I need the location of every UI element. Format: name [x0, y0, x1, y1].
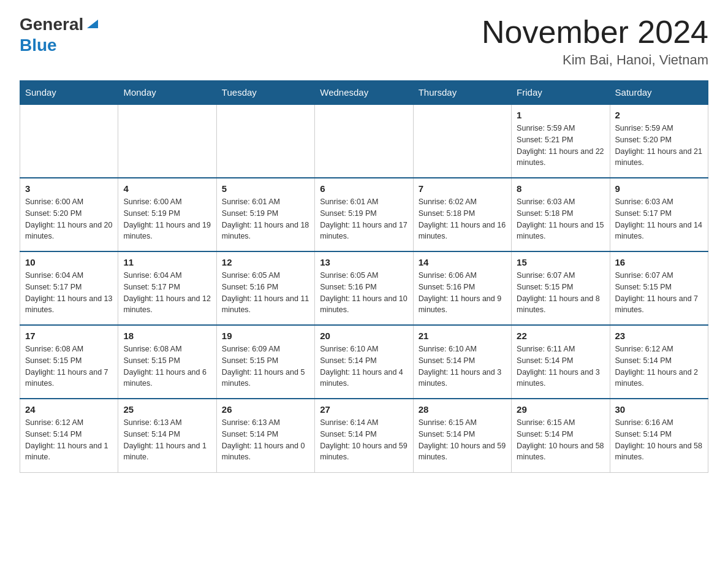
day-info: Sunrise: 6:02 AMSunset: 5:18 PMDaylight:…: [419, 196, 506, 242]
day-info: Sunrise: 5:59 AMSunset: 5:21 PMDaylight:…: [517, 123, 604, 169]
calendar-cell: 29Sunrise: 6:15 AMSunset: 5:14 PMDayligh…: [512, 399, 610, 472]
day-info: Sunrise: 6:00 AMSunset: 5:20 PMDaylight:…: [25, 196, 113, 242]
day-info: Sunrise: 6:13 AMSunset: 5:14 PMDaylight:…: [123, 417, 211, 463]
day-info: Sunrise: 6:06 AMSunset: 5:16 PMDaylight:…: [419, 270, 506, 316]
calendar-cell: 17Sunrise: 6:08 AMSunset: 5:15 PMDayligh…: [20, 325, 118, 399]
month-year-title: November 2024: [482, 15, 708, 50]
calendar-cell: 15Sunrise: 6:07 AMSunset: 5:15 PMDayligh…: [512, 251, 610, 325]
day-number: 22: [517, 331, 604, 341]
calendar-week-row: 24Sunrise: 6:12 AMSunset: 5:14 PMDayligh…: [20, 399, 708, 472]
day-of-week-tuesday: Tuesday: [216, 81, 314, 105]
calendar-table: SundayMondayTuesdayWednesdayThursdayFrid…: [20, 80, 708, 473]
calendar-cell: 16Sunrise: 6:07 AMSunset: 5:15 PMDayligh…: [610, 251, 708, 325]
day-info: Sunrise: 6:07 AMSunset: 5:15 PMDaylight:…: [615, 270, 703, 316]
day-info: Sunrise: 6:13 AMSunset: 5:14 PMDaylight:…: [222, 417, 309, 463]
calendar-cell: 27Sunrise: 6:14 AMSunset: 5:14 PMDayligh…: [315, 399, 413, 472]
calendar-cell: 7Sunrise: 6:02 AMSunset: 5:18 PMDaylight…: [413, 178, 511, 251]
svg-marker-0: [87, 20, 98, 28]
calendar-cell: 28Sunrise: 6:15 AMSunset: 5:14 PMDayligh…: [413, 399, 511, 472]
day-number: 4: [123, 183, 211, 194]
day-of-week-sunday: Sunday: [20, 81, 118, 105]
calendar-week-row: 10Sunrise: 6:04 AMSunset: 5:17 PMDayligh…: [20, 251, 708, 325]
calendar-cell: 23Sunrise: 6:12 AMSunset: 5:14 PMDayligh…: [610, 325, 708, 399]
day-info: Sunrise: 6:09 AMSunset: 5:15 PMDaylight:…: [222, 343, 309, 389]
calendar-cell: 8Sunrise: 6:03 AMSunset: 5:18 PMDaylight…: [512, 178, 610, 251]
day-number: 28: [419, 404, 506, 415]
day-number: 3: [25, 183, 113, 194]
calendar-cell: [216, 104, 314, 178]
day-number: 11: [123, 257, 211, 267]
calendar-cell: 2Sunrise: 5:59 AMSunset: 5:20 PMDaylight…: [610, 104, 708, 178]
calendar-week-row: 17Sunrise: 6:08 AMSunset: 5:15 PMDayligh…: [20, 325, 708, 399]
day-number: 16: [615, 257, 703, 267]
day-of-week-wednesday: Wednesday: [315, 81, 413, 105]
calendar-cell: 1Sunrise: 5:59 AMSunset: 5:21 PMDaylight…: [512, 104, 610, 178]
day-info: Sunrise: 6:08 AMSunset: 5:15 PMDaylight:…: [25, 343, 113, 389]
day-info: Sunrise: 6:08 AMSunset: 5:15 PMDaylight:…: [123, 343, 211, 389]
day-number: 8: [517, 183, 604, 194]
day-info: Sunrise: 6:16 AMSunset: 5:14 PMDaylight:…: [615, 417, 703, 463]
calendar-cell: 20Sunrise: 6:10 AMSunset: 5:14 PMDayligh…: [315, 325, 413, 399]
day-number: 29: [517, 404, 604, 415]
calendar-cell: 12Sunrise: 6:05 AMSunset: 5:16 PMDayligh…: [216, 251, 314, 325]
day-number: 30: [615, 404, 703, 415]
day-number: 14: [419, 257, 506, 267]
day-info: Sunrise: 6:03 AMSunset: 5:18 PMDaylight:…: [517, 196, 604, 242]
day-info: Sunrise: 6:04 AMSunset: 5:17 PMDaylight:…: [123, 270, 211, 316]
day-info: Sunrise: 6:14 AMSunset: 5:14 PMDaylight:…: [320, 417, 408, 463]
day-number: 15: [517, 257, 604, 267]
day-number: 1: [517, 110, 604, 120]
day-number: 7: [419, 183, 506, 194]
calendar-cell: [315, 104, 413, 178]
logo-triangle-icon: [85, 17, 98, 31]
day-of-week-saturday: Saturday: [610, 81, 708, 105]
calendar-cell: [413, 104, 511, 178]
day-number: 9: [615, 183, 703, 194]
calendar-cell: 5Sunrise: 6:01 AMSunset: 5:19 PMDaylight…: [216, 178, 314, 251]
day-info: Sunrise: 6:03 AMSunset: 5:17 PMDaylight:…: [615, 196, 703, 242]
day-number: 17: [25, 331, 113, 341]
day-number: 26: [222, 404, 309, 415]
calendar-cell: 10Sunrise: 6:04 AMSunset: 5:17 PMDayligh…: [20, 251, 118, 325]
day-number: 12: [222, 257, 309, 267]
calendar-cell: 14Sunrise: 6:06 AMSunset: 5:16 PMDayligh…: [413, 251, 511, 325]
calendar-cell: 3Sunrise: 6:00 AMSunset: 5:20 PMDaylight…: [20, 178, 118, 251]
calendar-cell: 9Sunrise: 6:03 AMSunset: 5:17 PMDaylight…: [610, 178, 708, 251]
day-of-week-monday: Monday: [118, 81, 216, 105]
day-info: Sunrise: 6:07 AMSunset: 5:15 PMDaylight:…: [517, 270, 604, 316]
day-number: 10: [25, 257, 113, 267]
calendar-cell: 4Sunrise: 6:00 AMSunset: 5:19 PMDaylight…: [118, 178, 216, 251]
day-number: 5: [222, 183, 309, 194]
calendar-cell: 26Sunrise: 6:13 AMSunset: 5:14 PMDayligh…: [216, 399, 314, 472]
day-info: Sunrise: 6:04 AMSunset: 5:17 PMDaylight:…: [25, 270, 113, 316]
calendar-cell: 21Sunrise: 6:10 AMSunset: 5:14 PMDayligh…: [413, 325, 511, 399]
day-info: Sunrise: 6:10 AMSunset: 5:14 PMDaylight:…: [320, 343, 408, 389]
day-info: Sunrise: 6:01 AMSunset: 5:19 PMDaylight:…: [320, 196, 408, 242]
day-number: 19: [222, 331, 309, 341]
day-info: Sunrise: 5:59 AMSunset: 5:20 PMDaylight:…: [615, 123, 703, 169]
day-info: Sunrise: 6:12 AMSunset: 5:14 PMDaylight:…: [25, 417, 113, 463]
calendar-week-row: 3Sunrise: 6:00 AMSunset: 5:20 PMDaylight…: [20, 178, 708, 251]
calendar-cell: 19Sunrise: 6:09 AMSunset: 5:15 PMDayligh…: [216, 325, 314, 399]
calendar-cell: 6Sunrise: 6:01 AMSunset: 5:19 PMDaylight…: [315, 178, 413, 251]
title-section: November 2024 Kim Bai, Hanoi, Vietnam: [482, 15, 708, 68]
day-info: Sunrise: 6:15 AMSunset: 5:14 PMDaylight:…: [419, 417, 506, 463]
day-of-week-thursday: Thursday: [413, 81, 511, 105]
day-number: 18: [123, 331, 211, 341]
day-number: 27: [320, 404, 408, 415]
day-info: Sunrise: 6:11 AMSunset: 5:14 PMDaylight:…: [517, 343, 604, 389]
day-number: 23: [615, 331, 703, 341]
day-info: Sunrise: 6:00 AMSunset: 5:19 PMDaylight:…: [123, 196, 211, 242]
day-number: 20: [320, 331, 408, 341]
day-number: 24: [25, 404, 113, 415]
day-info: Sunrise: 6:05 AMSunset: 5:16 PMDaylight:…: [222, 270, 309, 316]
day-info: Sunrise: 6:10 AMSunset: 5:14 PMDaylight:…: [419, 343, 506, 389]
day-info: Sunrise: 6:15 AMSunset: 5:14 PMDaylight:…: [517, 417, 604, 463]
logo: General Blue: [20, 15, 98, 55]
calendar-header-row: SundayMondayTuesdayWednesdayThursdayFrid…: [20, 81, 708, 105]
calendar-cell: 13Sunrise: 6:05 AMSunset: 5:16 PMDayligh…: [315, 251, 413, 325]
location-subtitle: Kim Bai, Hanoi, Vietnam: [482, 52, 708, 68]
calendar-cell: 18Sunrise: 6:08 AMSunset: 5:15 PMDayligh…: [118, 325, 216, 399]
day-number: 2: [615, 110, 703, 120]
day-info: Sunrise: 6:12 AMSunset: 5:14 PMDaylight:…: [615, 343, 703, 389]
